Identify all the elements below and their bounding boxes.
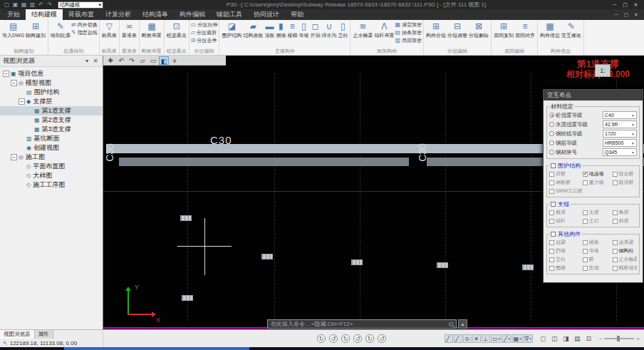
component-checkbox-item[interactable]: SMW工法桩 [549,187,583,195]
mdi-restore-button[interactable]: ▢ [621,12,631,18]
ribbon-button[interactable]: ∪ 排水沟 [321,21,337,38]
support-beam-bottom-left[interactable] [119,158,409,166]
ortho-icon[interactable]: ⊥ [482,334,490,343]
material-row[interactable]: 砼强度等级 C40 ▼ [549,110,637,120]
ribbon-button[interactable]: Λ 锚杆布置 [373,21,395,38]
component-checkbox-item[interactable]: 支撑 [583,208,613,217]
open-file-icon[interactable]: ▣ [11,1,19,9]
ribbon-button[interactable]: ⊡ 框选基点 [166,21,187,38]
tree-item[interactable]: ▤ 围护结构 [0,88,103,97]
ribbon-button[interactable]: ≍ 基准表 [121,21,137,38]
ribbon-button[interactable]: ≋ 止水帷幕 [352,21,373,38]
tree-item[interactable]: ◇ 平面布置图 [0,162,103,171]
view-rotate-button[interactable]: ↺ [353,334,362,343]
rotate-left-icon[interactable]: ↶ [116,56,126,65]
tree-item[interactable]: ◇ 施工工序图 [0,180,103,190]
view-rotate-button[interactable]: ↻ [365,334,374,343]
tree-item[interactable]: ▥ 基坑断面 [0,134,103,143]
checkbox-icon[interactable] [613,257,618,262]
section-tag[interactable] [522,264,534,270]
checkbox-icon[interactable] [583,210,588,215]
material-value-combo[interactable]: 1720 ▼ [603,130,637,138]
undo-icon[interactable]: ↶ [37,1,45,9]
view-rotate-button[interactable]: ↺ [378,334,386,343]
fit-view-icon[interactable]: ⊡ [584,334,593,343]
box-select-icon[interactable]: ▱ [137,56,147,65]
ribbon-tab[interactable]: 开始 [1,9,26,20]
zoom-out-button[interactable]: − [599,336,603,342]
section-tag[interactable] [182,295,193,301]
checkbox-icon[interactable] [583,240,588,245]
close-button[interactable]: ✕ [630,1,641,9]
component-checkbox-item[interactable]: 土钉 [583,217,613,225]
bottom-panel-tab[interactable]: 属性 [35,330,53,339]
list-layout-icon[interactable]: ▤ [573,334,582,343]
ribbon-small-button[interactable]: ▥ 局部加密 [395,36,422,44]
new-file-icon[interactable]: ▢ [3,1,11,9]
group-checkbox[interactable] [551,163,556,168]
component-checkbox-item[interactable]: 重力墙 [583,178,613,187]
rect-mode-icon[interactable]: ▭ ▾ [491,334,502,343]
redo-icon[interactable]: ↷ [46,1,53,9]
line-mode-icon[interactable]: ╱ ▾ [502,334,511,343]
radio-icon[interactable] [549,122,554,127]
component-checkbox-item[interactable]: 角撑 [613,208,637,217]
ribbon-small-button[interactable]: ✎ 指定边线 [71,29,98,36]
more-tools-icon[interactable]: ∨ [170,56,180,65]
checkbox-icon[interactable] [549,210,554,215]
group-checkbox[interactable] [551,202,556,207]
grid-mode-icon[interactable]: ▦ ▾ [512,334,523,343]
checkbox-icon[interactable] [583,180,588,185]
checkbox-icon[interactable] [583,257,588,262]
component-checkbox-item[interactable]: 排桩 [549,170,583,178]
workspace-combo[interactable]: 结构建模 ▾ [58,1,103,9]
tree-item[interactable]: − ▣ 项目信息 [0,69,103,78]
zoom-slider-knob[interactable] [617,336,620,341]
view-rotate-button[interactable]: ↺ [329,334,338,343]
panel-title[interactable]: 交互布点 [544,90,643,101]
ribbon-button[interactable]: ⊞ 层间复制 [493,21,514,38]
checkbox-icon[interactable] [549,189,554,194]
group-checkbox[interactable] [551,232,556,237]
ribbon-tab[interactable]: 协同设计 [248,9,285,20]
checkbox-icon[interactable] [583,219,588,224]
ribbon-button[interactable]: ▯ 立柱 [337,21,348,38]
ribbon-button[interactable]: ◪ 围护结构 [221,21,242,38]
ribbon-tab[interactable]: 计算分析 [100,9,137,20]
component-checkbox-item[interactable]: 地连墙 [583,170,613,178]
checkbox-icon[interactable] [613,266,618,271]
draft-toggle-icon[interactable]: ╱ [445,334,453,343]
ribbon-button[interactable]: ◻ 开洞 [309,21,321,38]
ribbon-small-button[interactable]: ▦ 满堂加密 [395,21,422,29]
ribbon-button[interactable]: ⊞ 构件分组 [425,21,447,38]
single-window-icon[interactable]: ◻ [539,334,548,343]
tree-item[interactable]: ▦ 第2道支撑 [0,115,103,125]
component-checkbox-item[interactable]: 桩 [583,255,613,264]
ribbon-tab[interactable]: 结构清单 [137,9,174,20]
command-expand-button[interactable]: ▲ [458,319,467,329]
component-checkbox-item[interactable]: 钢构柱 [613,247,637,255]
ribbon-button[interactable]: ▤ 导入DWG [1,21,25,38]
ribbon-button[interactable]: ▰ 结构底板 [242,21,264,38]
material-value-combo[interactable]: HRB500 ▼ [603,139,637,147]
material-value-combo[interactable]: C40 ▼ [603,111,637,119]
checkbox-icon[interactable] [549,172,554,177]
ribbon-small-button[interactable]: ▱ 分区裁剪 [191,29,218,36]
filter-icon[interactable]: ∇ ▾ [524,334,533,343]
component-checkbox-item[interactable]: 锚杆 [549,217,583,225]
ribbon-button[interactable]: ✎ 绘制轮廓 [50,21,71,38]
ribbon-button[interactable]: ⊞ 轴网规划 [25,21,46,38]
ribbon-small-button[interactable]: ▤ 抽条加密 [395,29,422,36]
ribbon-small-button[interactable]: ▭ 分区拉伸 [191,21,218,29]
ribbon-tab[interactable]: 辅助工具 [211,9,248,20]
section-tag[interactable] [261,254,273,259]
zoom-slider[interactable]: − + [599,336,640,342]
checkbox-icon[interactable] [613,240,618,245]
plane-view-icon[interactable]: ▭ [148,56,158,65]
checkbox-icon[interactable] [549,249,554,254]
checkbox-icon[interactable] [549,240,554,245]
zoom-slider-track[interactable] [604,338,634,339]
save-icon[interactable]: ▦ [20,1,28,9]
ribbon-tab[interactable]: 帮助 [285,9,309,20]
ribbon-small-button[interactable]: ⊟ 分区合并 [191,36,218,44]
